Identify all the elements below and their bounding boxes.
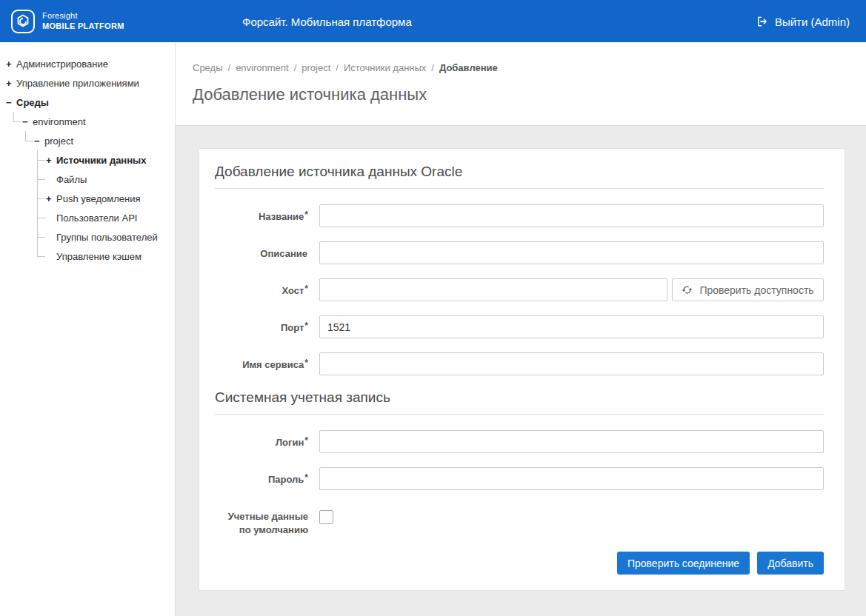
brand: Foresight MOBILE PLATFORM (10, 9, 124, 34)
default-credentials-checkbox[interactable] (319, 510, 333, 524)
expand-icon[interactable]: + (6, 78, 16, 89)
service-name-input[interactable] (319, 352, 824, 375)
form-row-login: Логин* (215, 430, 824, 453)
form-row-password: Пароль* (215, 467, 824, 490)
form-row-default-credentials: Учетные данные по умолчанию (215, 504, 824, 536)
sidebar-item-api-users[interactable]: Пользователи API (46, 208, 172, 227)
breadcrumb-item-current: Добавление (439, 62, 498, 73)
section-title-system-account: Системная учетная запись (215, 389, 824, 415)
required-marker: * (304, 358, 308, 368)
foresight-logo-icon (10, 9, 36, 34)
password-label: Пароль* (215, 467, 308, 486)
breadcrumb: Среды/environment/project/Источники данн… (193, 62, 866, 73)
sidebar-item-administration[interactable]: + Администрирование (6, 54, 172, 73)
sidebar-item-project[interactable]: − project (34, 131, 172, 150)
content-area: Среды/environment/project/Источники данн… (176, 42, 866, 616)
brand-line2: MOBILE PLATFORM (42, 21, 124, 32)
sidebar-item-environments[interactable]: − Среды (6, 93, 172, 112)
data-source-form-card: Добавление источника данных Oracle Назва… (199, 148, 845, 591)
breadcrumb-item-project[interactable]: project (302, 62, 330, 73)
section-title-oracle: Добавление источника данных Oracle (215, 164, 824, 189)
name-input[interactable] (319, 204, 824, 227)
breadcrumb-separator: / (294, 62, 297, 73)
sidebar-item-user-groups[interactable]: Группы пользователей (46, 227, 172, 247)
app-window: Foresight MOBILE PLATFORM Форсайт. Мобил… (0, 0, 866, 616)
port-label: Порт* (215, 315, 308, 335)
login-label: Логин* (215, 430, 308, 449)
sidebar-item-files[interactable]: Файлы (46, 170, 172, 189)
sidebar-item-app-management[interactable]: + Управление приложениями (6, 73, 172, 93)
host-input[interactable] (319, 278, 667, 301)
name-label: Название* (215, 204, 308, 224)
brand-text: Foresight MOBILE PLATFORM (42, 11, 124, 32)
form-row-service-name: Имя сервиса* (215, 352, 824, 375)
content-header: Среды/environment/project/Источники данн… (176, 42, 866, 126)
sidebar: + Администрирование + Управление приложе… (0, 42, 176, 616)
refresh-icon (682, 284, 693, 295)
sidebar-item-cache-management[interactable]: Управление кэшем (46, 247, 172, 266)
breadcrumb-separator: / (431, 62, 434, 73)
logout-button[interactable]: Выйти (Admin) (756, 15, 850, 27)
sidebar-item-label: project (44, 135, 73, 147)
sidebar-item-label: Пользователи API (56, 212, 137, 224)
sidebar-item-label: environment (33, 116, 86, 127)
collapse-icon[interactable]: − (6, 97, 16, 108)
sidebar-item-label: Управление приложениями (16, 78, 139, 89)
sidebar-item-label: Управление кэшем (56, 251, 141, 262)
sidebar-item-data-sources[interactable]: + Источники данных (46, 150, 172, 170)
breadcrumb-item-environments[interactable]: Среды (193, 62, 223, 73)
breadcrumb-item-data-sources[interactable]: Источники данных (344, 62, 426, 73)
card-wrapper: Добавление источника данных Oracle Назва… (176, 126, 866, 616)
breadcrumb-item-environment[interactable]: environment (236, 62, 289, 73)
description-label: Описание (215, 241, 308, 261)
description-input[interactable] (319, 241, 824, 264)
form-row-port: Порт* (215, 315, 824, 338)
app-title: Форсайт. Мобильная платформа (242, 15, 412, 27)
logout-icon (756, 15, 769, 27)
expand-icon[interactable]: + (46, 193, 56, 204)
sidebar-item-label: Среды (16, 97, 49, 108)
check-availability-button[interactable]: Проверить доступность (672, 278, 824, 301)
breadcrumb-separator: / (228, 62, 231, 73)
password-input[interactable] (319, 467, 824, 490)
required-marker: * (304, 472, 308, 483)
check-availability-label: Проверить доступность (699, 284, 813, 296)
collapse-icon[interactable]: − (22, 116, 33, 127)
form-row-description: Описание (215, 241, 824, 264)
required-marker: * (304, 284, 308, 294)
sidebar-item-environment[interactable]: − environment (22, 112, 172, 131)
required-marker: * (304, 210, 308, 220)
sidebar-item-label: Группы пользователей (56, 232, 158, 243)
sidebar-item-label: Push уведомления (56, 193, 141, 204)
logout-label: Выйти (Admin) (775, 15, 850, 27)
add-button[interactable]: Добавить (757, 552, 824, 575)
host-group: Проверить доступность (319, 278, 824, 301)
port-input[interactable] (319, 315, 824, 338)
sidebar-item-label: Файлы (56, 174, 87, 185)
breadcrumb-separator: / (336, 62, 339, 73)
required-marker: * (304, 435, 308, 446)
collapse-icon[interactable]: − (34, 135, 44, 147)
expand-icon[interactable]: + (6, 58, 16, 70)
check-connection-button[interactable]: Проверить соединение (617, 552, 750, 575)
page-title: Добавление источника данных (193, 85, 866, 104)
sidebar-item-label: Администрирование (16, 58, 108, 70)
login-input[interactable] (319, 430, 824, 453)
top-bar: Foresight MOBILE PLATFORM Форсайт. Мобил… (0, 0, 866, 42)
service-name-label: Имя сервиса* (215, 352, 308, 372)
expand-icon[interactable]: + (46, 155, 56, 166)
host-label: Хост* (215, 278, 308, 298)
required-marker: * (304, 321, 308, 331)
form-row-name: Название* (215, 204, 824, 227)
form-row-host: Хост* Проверить доступность (215, 278, 824, 301)
sidebar-item-push-notifications[interactable]: + Push уведомления (46, 189, 172, 208)
form-actions: Проверить соединение Добавить (215, 552, 824, 575)
brand-line1: Foresight (42, 11, 124, 21)
default-credentials-label: Учетные данные по умолчанию (215, 504, 308, 536)
sidebar-item-label: Источники данных (56, 155, 146, 166)
